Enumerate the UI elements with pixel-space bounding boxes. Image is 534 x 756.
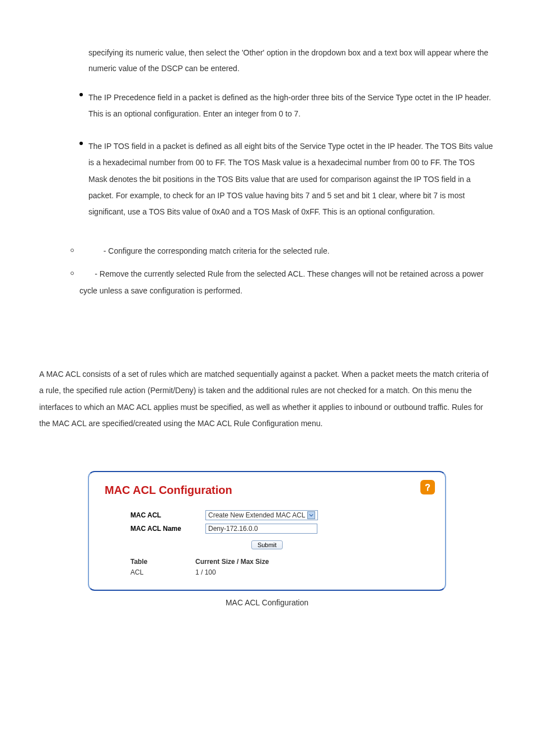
label-mac-acl-name: MAC ACL Name — [130, 524, 205, 534]
mac-acl-description: A MAC ACL consists of a set of rules whi… — [39, 366, 495, 432]
chevron-down-icon — [307, 511, 315, 519]
mac-acl-name-input[interactable]: Deny-172.16.0.0 — [205, 524, 317, 534]
bullet-text: The IP TOS field in a packet is defined … — [88, 138, 495, 221]
table-cell-col2: 1 / 100 — [195, 568, 429, 577]
figure-container: MAC ACL Configuration MAC ACL Create New… — [39, 471, 495, 608]
bullet-list: The IP Precedence field in a packet is d… — [39, 90, 495, 221]
bullet-item-tos: The IP TOS field in a packet is defined … — [39, 138, 495, 221]
table-header-row: Table Current Size / Max Size — [130, 557, 429, 567]
table-header-col1: Table — [130, 557, 195, 567]
table-header-col2: Current Size / Max Size — [195, 557, 429, 567]
circle-text: - Configure the corresponding match crit… — [79, 246, 330, 255]
table-data-row: ACL 1 / 100 — [130, 568, 429, 577]
form-row-mac-acl-name: MAC ACL Name Deny-172.16.0.0 — [105, 524, 429, 534]
label-mac-acl: MAC ACL — [130, 511, 205, 520]
select-value: Create New Extended MAC ACL — [208, 511, 305, 520]
intro-paragraph-continued: specifying its numeric value, then selec… — [88, 45, 495, 76]
submit-row: Submit — [105, 539, 429, 550]
mac-acl-config-panel: MAC ACL Configuration MAC ACL Create New… — [88, 471, 446, 590]
circle-item-configure: - Configure the corresponding match crit… — [39, 243, 495, 259]
bullet-text: The IP Precedence field in a packet is d… — [88, 90, 495, 123]
mac-acl-select[interactable]: Create New Extended MAC ACL — [205, 510, 318, 520]
circle-list: - Configure the corresponding match crit… — [39, 243, 495, 299]
panel-title: MAC ACL Configuration — [105, 482, 429, 498]
help-icon[interactable] — [420, 480, 435, 494]
figure-caption: MAC ACL Configuration — [39, 598, 495, 609]
circle-item-remove: - Remove the currently selected Rule fro… — [39, 266, 495, 299]
bullet-item-precedence: The IP Precedence field in a packet is d… — [39, 90, 495, 123]
table-cell-col1: ACL — [130, 568, 195, 577]
circle-text: - Remove the currently selected Rule fro… — [79, 269, 486, 295]
size-table: Table Current Size / Max Size ACL 1 / 10… — [105, 557, 429, 577]
submit-button[interactable]: Submit — [251, 540, 283, 549]
form-row-mac-acl: MAC ACL Create New Extended MAC ACL — [105, 510, 429, 520]
question-icon — [423, 483, 432, 492]
